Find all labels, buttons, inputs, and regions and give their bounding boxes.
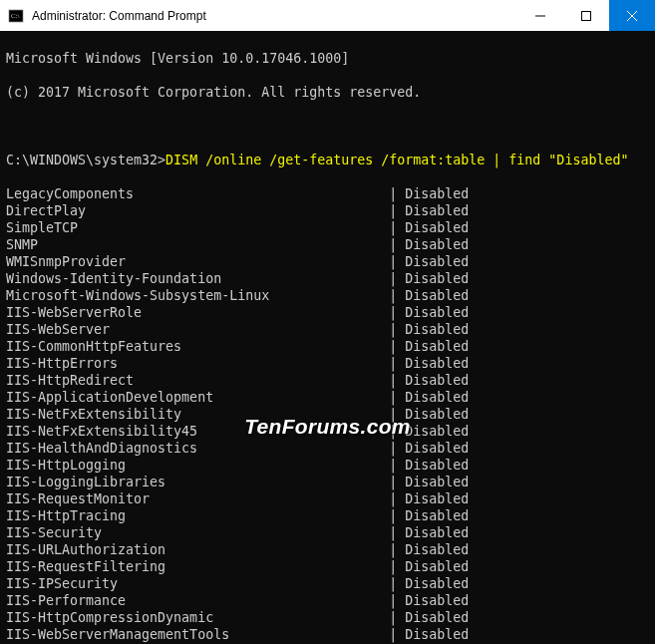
maximize-button[interactable]	[563, 0, 609, 31]
feature-row: SNMP | Disabled	[6, 236, 649, 253]
prompt-path: C:\WINDOWS\system32>	[6, 153, 165, 167]
feature-row: IIS-ApplicationDevelopment | Disabled	[6, 389, 649, 406]
minimize-button[interactable]	[517, 0, 563, 31]
feature-row: IIS-WebServerManagementTools | Disabled	[6, 626, 649, 643]
cmd-icon: C:\	[8, 8, 24, 24]
feature-row: IIS-NetFxExtensibility | Disabled	[6, 406, 649, 423]
feature-row: IIS-HttpLogging | Disabled	[6, 457, 649, 474]
svg-text:C:\: C:\	[11, 12, 20, 20]
features-output: LegacyComponents | DisabledDirectPlay | …	[6, 185, 649, 644]
feature-row: IIS-RequestFiltering | Disabled	[6, 558, 649, 575]
feature-row: IIS-HttpTracing | Disabled	[6, 507, 649, 524]
feature-row: IIS-WebServerRole | Disabled	[6, 304, 649, 321]
command-text: DISM /online /get-features /format:table…	[165, 153, 628, 167]
feature-row: SimpleTCP | Disabled	[6, 219, 649, 236]
blank-line	[6, 118, 649, 135]
feature-row: IIS-WebServer | Disabled	[6, 321, 649, 338]
feature-row: IIS-HttpErrors | Disabled	[6, 355, 649, 372]
feature-row: IIS-CommonHttpFeatures | Disabled	[6, 338, 649, 355]
window-title: Administrator: Command Prompt	[30, 9, 517, 23]
feature-row: DirectPlay | Disabled	[6, 202, 649, 219]
feature-row: IIS-NetFxExtensibility45 | Disabled	[6, 423, 649, 440]
feature-row: IIS-Security | Disabled	[6, 524, 649, 541]
feature-row: IIS-IPSecurity | Disabled	[6, 575, 649, 592]
cmd-window: C:\ Administrator: Command Prompt Micros…	[0, 0, 655, 644]
close-button[interactable]	[609, 0, 655, 31]
titlebar[interactable]: C:\ Administrator: Command Prompt	[0, 0, 655, 31]
titlebar-buttons	[517, 0, 655, 31]
feature-row: IIS-RequestMonitor | Disabled	[6, 490, 649, 507]
prompt-line: C:\WINDOWS\system32>DISM /online /get-fe…	[6, 152, 649, 168]
feature-row: Microsoft-Windows-Subsystem-Linux | Disa…	[6, 287, 649, 304]
feature-row: IIS-LoggingLibraries | Disabled	[6, 474, 649, 490]
svg-rect-3	[582, 11, 591, 20]
feature-row: IIS-HttpRedirect | Disabled	[6, 372, 649, 389]
copyright-line: (c) 2017 Microsoft Corporation. All righ…	[6, 84, 649, 101]
feature-row: LegacyComponents | Disabled	[6, 185, 649, 202]
feature-row: Windows-Identity-Foundation | Disabled	[6, 270, 649, 287]
version-line: Microsoft Windows [Version 10.0.17046.10…	[6, 50, 649, 67]
feature-row: IIS-HttpCompressionDynamic | Disabled	[6, 609, 649, 626]
feature-row: WMISnmpProvider | Disabled	[6, 253, 649, 270]
feature-row: IIS-HealthAndDiagnostics | Disabled	[6, 440, 649, 457]
terminal-output[interactable]: Microsoft Windows [Version 10.0.17046.10…	[0, 31, 655, 644]
feature-row: IIS-Performance | Disabled	[6, 592, 649, 609]
feature-row: IIS-URLAuthorization | Disabled	[6, 541, 649, 558]
